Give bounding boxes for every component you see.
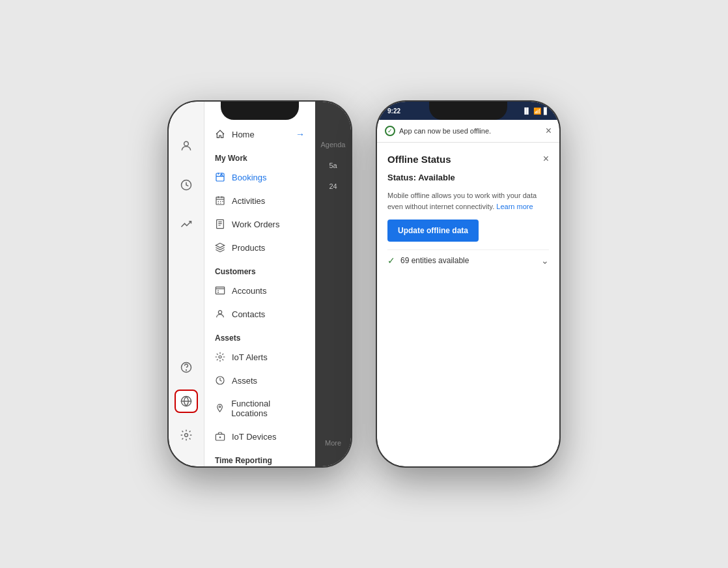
activities-label: Activities [232,196,265,206]
work-orders-icon [215,219,225,229]
entities-check-icon: ✓ [387,255,395,266]
svg-point-14 [219,406,221,408]
menu-products[interactable]: Products [204,236,315,259]
products-label: Products [232,243,265,253]
products-icon [215,242,225,253]
svg-point-5 [185,434,188,437]
svg-point-0 [184,141,189,146]
menu-assets[interactable]: Assets [204,369,315,392]
sidebar-help-icon[interactable] [175,356,198,379]
phone-1: Home → My Work Bookings [169,102,351,466]
section-customers: Customers [204,259,315,279]
entities-row: ✓ 69 entities available ⌄ [387,249,549,271]
sidebar [169,102,204,466]
update-offline-data-button[interactable]: Update offline data [387,220,479,242]
contacts-label: Contacts [232,309,265,319]
battery-icon: ▋ [544,107,549,115]
home-label: Home [232,130,255,139]
accounts-label: Accounts [232,286,266,296]
home-arrow: → [296,129,305,139]
status-icons: ▐▌ 📶 ▋ [522,107,549,115]
offline-panel-close-button[interactable]: × [543,153,549,165]
bookings-icon [215,172,225,182]
bookings-label: Bookings [232,173,266,182]
iot-alerts-icon [215,352,225,362]
assets-icon [215,375,225,386]
iot-alerts-label: IoT Alerts [232,352,268,362]
svg-rect-9 [217,220,224,228]
contacts-icon [215,309,225,319]
menu-bookings[interactable]: Bookings [204,165,315,189]
menu-activities[interactable]: Activities [204,189,315,212]
sidebar-clock-icon[interactable] [175,173,198,197]
overlay-date-5a: 5a [329,162,337,169]
learn-more-link[interactable]: Learn more [496,203,533,210]
svg-point-11 [218,311,221,314]
menu-work-orders[interactable]: Work Orders [204,212,315,236]
offline-status-panel: Offline Status × Status: Available Mobil… [377,143,559,466]
sidebar-globe-icon[interactable] [175,390,198,413]
menu-panel: Home → My Work Bookings [204,102,315,466]
notification-check-icon: ✓ [385,126,395,136]
section-my-work: My Work [204,146,315,165]
svg-point-12 [219,356,221,358]
iot-devices-icon [215,431,225,442]
entities-expand-chevron-icon[interactable]: ⌄ [541,255,549,266]
signal-icon: ▐▌ [522,107,531,114]
dark-overlay-panel: Agenda 5a 24 More [315,102,351,466]
notification-message: App can now be used offline. [399,127,491,135]
iot-devices-label: IoT Devices [232,432,276,442]
overlay-more-label: More [325,439,341,466]
accounts-icon [215,285,225,296]
svg-point-3 [186,370,187,371]
overlay-agenda-label: Agenda [321,141,346,149]
offline-status-label: Status: Available [387,173,549,182]
offline-notification-banner: ✓ App can now be used offline. × [377,120,559,143]
sidebar-gear-icon[interactable] [175,423,198,447]
offline-description: Mobile offline allows you to work with y… [387,190,549,212]
svg-rect-6 [216,173,224,181]
phone-2: 9:22 ▐▌ 📶 ▋ ✓ App can now be used offlin… [377,102,559,466]
wifi-icon: 📶 [533,107,541,115]
offline-panel-title: Offline Status [387,154,451,165]
menu-iot-devices[interactable]: IoT Devices [204,425,315,448]
menu-functional-locations[interactable]: Functional Locations [204,392,315,425]
svg-rect-10 [216,287,224,294]
entities-count-label: 69 entities available [400,256,469,265]
menu-accounts[interactable]: Accounts [204,279,315,302]
assets-label: Assets [232,376,257,386]
section-assets: Assets [204,326,315,345]
menu-contacts[interactable]: Contacts [204,302,315,326]
notification-close-button[interactable]: × [546,125,552,137]
sidebar-person-icon[interactable] [175,134,198,158]
functional-locations-label: Functional Locations [231,399,305,418]
activities-icon [215,195,225,206]
sidebar-chart-icon[interactable] [175,212,198,236]
menu-home-item[interactable]: Home → [204,122,315,146]
status-bar: 9:22 ▐▌ 📶 ▋ [377,102,559,120]
section-time-reporting: Time Reporting [204,448,315,466]
status-time: 9:22 [387,107,400,115]
home-icon [215,129,225,139]
overlay-date-24: 24 [329,182,337,190]
work-orders-label: Work Orders [232,220,279,229]
functional-locations-icon [215,403,225,414]
offline-header: Offline Status × [387,153,549,165]
menu-iot-alerts[interactable]: IoT Alerts [204,345,315,369]
